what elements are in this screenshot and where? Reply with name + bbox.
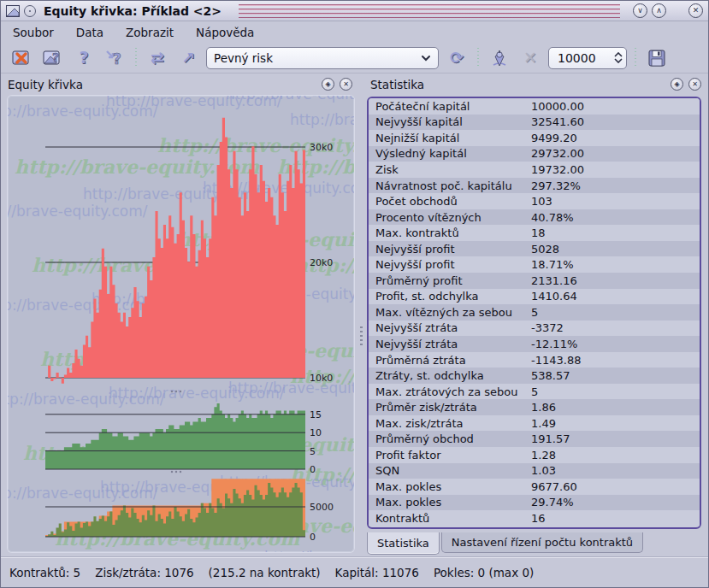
whats-this-button[interactable]: ? xyxy=(102,46,127,70)
swap-data-button[interactable]: ⇄ xyxy=(145,46,170,70)
spin-up-icon[interactable] xyxy=(614,52,623,57)
stat-row[interactable]: Průměrná ztráta-1143.88 xyxy=(369,352,700,368)
stat-row[interactable]: Nejvyšší ztráta-12.11% xyxy=(369,336,700,352)
stat-label: Nejvyšší kapitál xyxy=(375,115,531,128)
run-button[interactable]: ↗ xyxy=(175,46,201,70)
stat-row[interactable]: Kontraktů16 xyxy=(369,510,700,526)
menu-item-nápověda[interactable]: Nápověda xyxy=(196,26,254,39)
save-button[interactable] xyxy=(644,46,670,70)
stat-label: Průměrný profit xyxy=(375,274,531,287)
stat-label: Nejvyšší ztráta xyxy=(375,321,531,334)
help-button[interactable]: ? xyxy=(71,46,97,70)
chart-help-button[interactable]: ? xyxy=(40,46,66,70)
stat-label: Profit faktor xyxy=(375,449,531,462)
stat-value: 18 xyxy=(531,226,700,239)
float-panel-button[interactable]: ◈ xyxy=(322,78,334,91)
app-icon xyxy=(6,5,20,17)
stat-row[interactable]: SQN1.03 xyxy=(369,463,700,479)
titlebar-stripes xyxy=(239,4,620,18)
close-panel-button[interactable]: ✕ xyxy=(340,78,352,91)
stat-row[interactable]: Průměr zisk/ztráta1.86 xyxy=(369,399,700,415)
stat-label: Počet obchodů xyxy=(375,195,531,208)
stat-row[interactable]: Nejnižší kapitál9499.20 xyxy=(369,130,700,146)
stat-row[interactable]: Profit, st. odchylka1410.64 xyxy=(369,289,700,305)
capital-value: 10000 xyxy=(558,51,614,65)
stat-row[interactable]: Návratnost poč. kapitálu297.32% xyxy=(369,178,700,194)
svg-text:?: ? xyxy=(52,50,59,64)
delete-equity-icon xyxy=(12,49,32,68)
stat-value: 1.86 xyxy=(531,401,700,414)
titlebar[interactable]: Equity křivka: Příklad <2> ∨ ∧ ✕ xyxy=(1,1,708,21)
svg-text:20k0: 20k0 xyxy=(310,257,333,268)
stat-value: 5028 xyxy=(531,243,700,256)
stat-row[interactable]: Procento vítězných40.78% xyxy=(369,209,700,226)
close-button[interactable]: ✕ xyxy=(688,3,703,18)
float-panel-button[interactable]: ◈ xyxy=(671,78,683,91)
stat-row[interactable]: Ztráty, st. odchylka538.57 xyxy=(369,368,700,384)
close-panel-button[interactable]: ✕ xyxy=(688,78,701,91)
stat-row[interactable]: Profit faktor1.28 xyxy=(369,447,700,463)
stat-value: 103 xyxy=(531,195,700,208)
remove-icon: ✕ xyxy=(523,50,537,66)
stats-panel-header: Statistika ◈ ✕ xyxy=(363,74,708,95)
stat-row[interactable]: Max. pokles29.74% xyxy=(369,495,700,511)
stat-row[interactable]: Max. pokles9677.60 xyxy=(369,479,700,495)
stat-label: Procento vítězných xyxy=(375,211,531,224)
pin-button[interactable] xyxy=(24,5,36,17)
stat-row[interactable]: Nejvyšší ztráta-3372 xyxy=(369,320,700,337)
tab-nastaven-zen-po-tu-kontrakt-[interactable]: Nastavení řízení počtu kontraktů xyxy=(441,532,643,553)
stat-value: 19732.00 xyxy=(531,163,700,176)
stat-row[interactable]: Max. zisk/ztráta1.49 xyxy=(369,415,700,432)
status-segment: Kontraktů: 5 xyxy=(9,566,80,579)
stat-row[interactable]: Nejvyšší profit5028 xyxy=(369,241,700,257)
stat-value: 18.71% xyxy=(531,258,700,271)
svg-text:0: 0 xyxy=(310,464,316,475)
maximize-button[interactable]: ∧ xyxy=(652,3,666,18)
minimize-button[interactable]: ∨ xyxy=(633,3,647,18)
stat-row[interactable]: Počáteční kapitál10000.00 xyxy=(369,98,700,115)
stat-row[interactable]: Výsledný kapitál29732.00 xyxy=(369,146,700,162)
optimize-button[interactable] xyxy=(487,46,512,70)
stat-value: 2131.16 xyxy=(531,274,700,287)
stats-tabbar: StatistikaNastavení řízení počtu kontrak… xyxy=(363,532,708,556)
stat-row[interactable]: Nejvyšší kapitál32541.60 xyxy=(369,115,700,131)
stat-row[interactable]: Nejvyšší profit18.71% xyxy=(369,256,700,273)
stat-label: Zisk xyxy=(375,163,531,176)
stat-label: Nejvyšší ztráta xyxy=(375,338,531,350)
stat-label: Max. pokles xyxy=(375,480,531,493)
app-window: Equity křivka: Příklad <2> ∨ ∧ ✕ SouborD… xyxy=(0,0,709,588)
menu-item-zobrazit[interactable]: Zobrazit xyxy=(126,26,174,39)
stat-row[interactable]: Zisk19732.00 xyxy=(369,162,700,178)
menu-item-data[interactable]: Data xyxy=(76,26,103,39)
stats-wrap: Počáteční kapitál10000.00Nejvyšší kapitá… xyxy=(363,95,708,532)
stat-row[interactable]: Max. kontraktů18 xyxy=(369,225,700,241)
refresh-button[interactable]: ⟳ xyxy=(444,46,470,70)
tab-statistika[interactable]: Statistika xyxy=(367,532,440,555)
capital-spinbox[interactable]: 10000 xyxy=(548,47,627,69)
stat-row[interactable]: Max. vítězných za sebou5 xyxy=(369,304,700,320)
stat-row[interactable]: Počet obchodů103 xyxy=(369,193,700,209)
equity-panel-title: Equity křivka xyxy=(8,78,316,91)
delete-equity-button[interactable] xyxy=(9,46,35,70)
risk-profile-select[interactable]: Pevný risk xyxy=(206,47,439,69)
spin-down-icon[interactable] xyxy=(614,58,623,63)
panel-splitter[interactable] xyxy=(359,74,363,556)
stat-label: Návratnost poč. kapitálu xyxy=(375,179,531,192)
stats-panel-title: Statistika xyxy=(370,78,665,91)
stat-row[interactable]: Max. ztrátových za sebou5 xyxy=(369,384,700,400)
stat-label: Nejvyšší profit xyxy=(375,243,531,256)
stat-row[interactable]: Průměrný profit2131.16 xyxy=(369,273,700,289)
menu-item-soubor[interactable]: Soubor xyxy=(13,26,54,39)
stat-label: Nejvyšší profit xyxy=(375,258,531,271)
status-segment: Pokles: 0 (max 0) xyxy=(434,566,534,579)
statusbar: Kontraktů: 5Zisk/ztráta: 1076(215.2 na k… xyxy=(1,556,708,588)
stat-value: 1.28 xyxy=(531,449,700,462)
stat-value: 40.78% xyxy=(531,211,700,224)
equity-chart[interactable]: http://brave-equity.comhttp://brave-equi… xyxy=(8,96,354,552)
stat-label: Profit, st. odchylka xyxy=(375,290,531,303)
risk-profile-value: Pevný risk xyxy=(214,51,421,65)
stat-row[interactable]: Průměrný obchod191.57 xyxy=(369,431,700,447)
stat-label: Průměr zisk/ztráta xyxy=(375,401,531,414)
remove-button[interactable]: ✕ xyxy=(517,46,543,70)
status-segment: (215.2 na kontrakt) xyxy=(209,566,321,579)
